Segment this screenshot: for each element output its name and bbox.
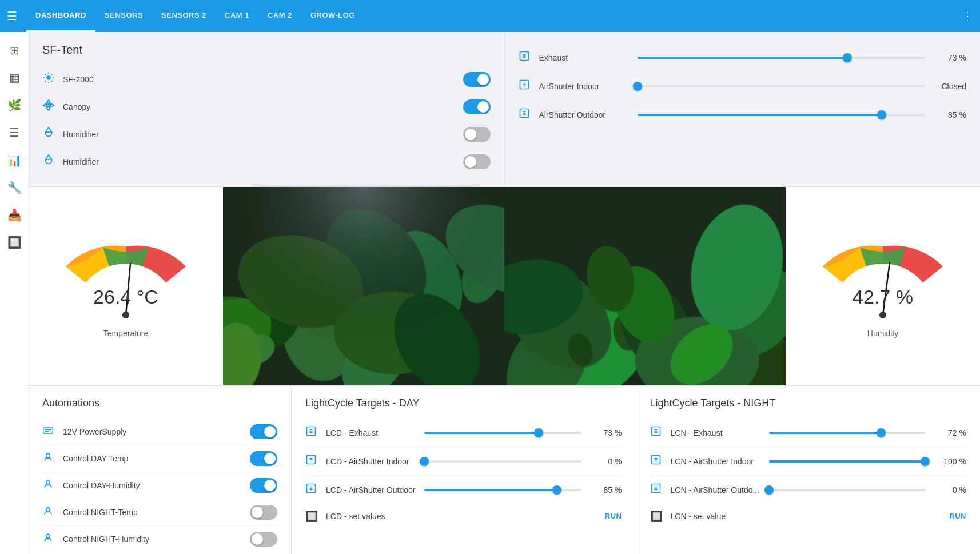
svg-rect-14 [43, 428, 53, 433]
toggle[interactable] [250, 451, 277, 466]
nav-tab-cam-1[interactable]: CAM 1 [216, 0, 258, 32]
top-nav: ☰ DASHBOARDSENSORSSENSORS 2CAM 1CAM 2GRO… [0, 0, 980, 32]
slider-label: LCD - Exhaust [326, 428, 417, 437]
toggle-knob [465, 129, 476, 140]
lcd-run-icon: 🔲 [305, 510, 326, 523]
slider-track[interactable] [769, 460, 926, 463]
slider-value: 100 % [932, 457, 966, 466]
svg-point-12 [879, 312, 886, 318]
lcd-run-button[interactable]: RUN [605, 509, 622, 523]
nav-tabs: DASHBOARDSENSORSSENSORS 2CAM 1CAM 2GROW-… [26, 0, 962, 32]
slider-thumb[interactable] [921, 457, 930, 466]
temperature-gauge-svg: 26.4 °C [46, 235, 206, 326]
toggle[interactable] [250, 532, 277, 547]
slider-thumb[interactable] [877, 428, 886, 437]
slider-row: LCD - Exhaust73 % [305, 419, 622, 447]
slider-thumb[interactable] [633, 82, 642, 91]
auto-row: Control NIGHT-Temp [42, 499, 277, 526]
svg-point-15 [46, 453, 50, 457]
auto-name: Control NIGHT-Humidity [63, 535, 250, 544]
side-dashboard-icon[interactable]: ▦ [2, 65, 27, 90]
toggle[interactable] [463, 127, 491, 142]
slider-row: LCD - AirShutter Indoor0 % [305, 447, 622, 476]
slider-track[interactable] [638, 114, 926, 116]
nav-tab-grow-log[interactable]: GROW-LOG [301, 0, 364, 32]
toggle-knob [264, 480, 276, 491]
toggle[interactable] [250, 505, 277, 520]
lcn-title: LightCycle Targets - NIGHT [650, 397, 967, 409]
slider-row: LCN - Exhaust72 % [650, 419, 967, 447]
auto-row: 12V PowerSupply [42, 419, 277, 445]
toggle[interactable] [463, 99, 491, 114]
slider-thumb[interactable] [843, 53, 852, 62]
side-list-icon[interactable]: ☰ [2, 120, 27, 145]
lcn-run-icon: 🔲 [650, 510, 671, 523]
device-row: SF-2000 [42, 66, 491, 93]
slider-row: LCN - AirShutter Indoor100 % [650, 447, 967, 476]
sf-tent-left: SF-Tent SF-2000CanopyHumidifierHumidifie… [29, 32, 505, 186]
slider-track[interactable] [424, 432, 581, 434]
side-home-icon[interactable]: ⊞ [2, 38, 27, 63]
auto-name: Control NIGHT-Temp [63, 508, 250, 517]
slider-row: LCN - AirShutter Outdo...0 % [650, 476, 967, 504]
toggle-knob [252, 533, 263, 545]
toggle[interactable] [250, 424, 277, 439]
slider-value: 73 % [588, 428, 622, 437]
lcn-card: LightCycle Targets - NIGHT LCN - Exhaust… [636, 385, 981, 554]
nav-tab-dashboard[interactable]: DASHBOARD [26, 0, 95, 32]
auto-icon [42, 532, 63, 547]
slider-fill [769, 460, 926, 463]
lcn-run-row: 🔲 LCN - set value RUN [650, 504, 967, 528]
slider-track[interactable] [769, 432, 926, 434]
device-name: Canopy [63, 102, 463, 111]
slider-icon [305, 483, 326, 497]
side-tool-icon[interactable]: 🔧 [2, 175, 27, 200]
slider-track[interactable] [769, 489, 926, 491]
slider-thumb[interactable] [552, 485, 561, 495]
toggle-knob [264, 426, 276, 437]
slider-fill [638, 57, 848, 59]
auto-icon [42, 425, 63, 439]
lcd-slider-list: LCD - Exhaust73 %LCD - AirShutter Indoor… [305, 419, 622, 504]
slider-icon [650, 454, 671, 468]
slider-thumb[interactable] [420, 457, 429, 466]
slider-label: LCN - AirShutter Indoor [671, 457, 762, 466]
toggle-knob [465, 156, 476, 168]
toggle-knob [477, 74, 489, 85]
toggle[interactable] [463, 72, 491, 87]
sf-tent-right: Exhaust73 %AirShutter IndoorClosedAirShu… [505, 32, 981, 186]
device-row: Humidifier [42, 121, 491, 148]
slider-value: 85 % [588, 485, 622, 495]
more-button[interactable]: ⋮ [962, 9, 973, 23]
slider-track[interactable] [424, 489, 581, 491]
side-chart-icon[interactable]: 📊 [2, 148, 27, 173]
toggle-knob [477, 101, 489, 113]
toggle[interactable] [250, 478, 277, 493]
side-leaf-icon[interactable]: 🌿 [2, 93, 27, 118]
toggle[interactable] [463, 154, 491, 169]
slider-label: LCD - AirShutter Indoor [326, 457, 417, 466]
camera-1 [223, 187, 504, 385]
auto-name: 12V PowerSupply [63, 427, 250, 436]
device-name: SF-2000 [63, 75, 463, 84]
slider-track[interactable] [638, 57, 926, 59]
slider-thumb[interactable] [877, 110, 886, 119]
nav-tab-sensors-2[interactable]: SENSORS 2 [152, 0, 216, 32]
slider-thumb[interactable] [764, 485, 774, 495]
temperature-gauge-section: 26.4 °C Temperature [29, 187, 223, 385]
slider-icon [650, 483, 671, 497]
side-hacs-icon[interactable]: 🔲 [2, 230, 27, 255]
slider-track[interactable] [638, 85, 926, 87]
lcd-card: LightCycle Targets - DAY LCD - Exhaust73… [292, 385, 636, 554]
slider-value: 85 % [932, 110, 966, 119]
nav-tab-sensors[interactable]: SENSORS [95, 0, 152, 32]
slider-label: AirShutter Outdoor [539, 110, 631, 119]
lcn-run-label: LCN - set value [671, 512, 950, 521]
slider-thumb[interactable] [534, 428, 543, 437]
nav-tab-cam-2[interactable]: CAM 2 [258, 0, 301, 32]
lcn-run-button[interactable]: RUN [949, 509, 966, 523]
slider-track[interactable] [424, 460, 581, 463]
slider-fill [424, 432, 539, 434]
side-inbox-icon[interactable]: 📥 [2, 202, 27, 228]
menu-button[interactable]: ☰ [7, 9, 17, 23]
